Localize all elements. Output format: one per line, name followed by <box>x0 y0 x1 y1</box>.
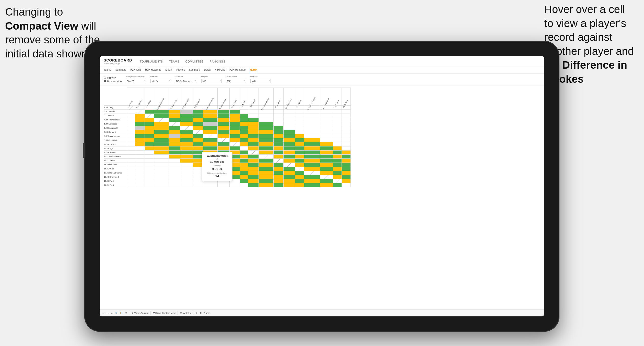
cell-10-19[interactable] <box>333 142 342 146</box>
cell-20-12[interactable] <box>248 183 259 187</box>
cell-7-4[interactable] <box>154 130 169 134</box>
cell-15-17[interactable] <box>304 163 320 167</box>
cell-20-18[interactable] <box>320 183 333 187</box>
nav-committee[interactable]: COMMITTEE <box>185 60 204 63</box>
tab-h2h-grid-1[interactable]: H2H Grid <box>130 68 141 73</box>
cell-4-10[interactable] <box>230 118 240 122</box>
toolbar-copy[interactable]: 📋 <box>120 312 123 314</box>
cell-10-14[interactable] <box>273 142 283 146</box>
cell-3-3[interactable] <box>145 114 154 118</box>
cell-9-8[interactable] <box>203 138 218 142</box>
cell-7-13[interactable] <box>259 130 273 134</box>
cell-6-13[interactable] <box>259 126 273 130</box>
cell-12-13[interactable] <box>259 151 273 155</box>
cell-16-3[interactable] <box>145 167 154 171</box>
cell-15-16[interactable] <box>295 163 304 167</box>
tab-h2h-heatmap-1[interactable]: H2H Heatmap <box>145 68 161 73</box>
cell-18-15[interactable] <box>283 175 295 179</box>
cell-12-20[interactable] <box>342 151 351 155</box>
cell-8-7[interactable] <box>193 134 203 138</box>
cell-9-10[interactable] <box>230 138 240 142</box>
cell-17-3[interactable] <box>145 171 154 175</box>
cell-20-14[interactable] <box>273 183 283 187</box>
cell-3-5[interactable] <box>169 114 180 118</box>
cell-18-6[interactable] <box>180 175 193 179</box>
cell-14-2[interactable] <box>135 159 145 163</box>
cell-10-8[interactable] <box>203 142 218 146</box>
cell-11-6[interactable] <box>180 146 193 151</box>
cell-19-2[interactable] <box>135 179 145 183</box>
cell-2-9[interactable] <box>218 110 230 114</box>
filter-gender-select[interactable]: Men's <box>150 79 171 83</box>
cell-14-11[interactable] <box>240 159 248 163</box>
cell-18-1[interactable] <box>127 175 135 179</box>
cell-20-19[interactable] <box>333 183 342 187</box>
cell-19-19[interactable] <box>333 179 342 183</box>
cell-8-14[interactable] <box>273 134 283 138</box>
cell-7-1[interactable] <box>127 130 135 134</box>
cell-3-12[interactable] <box>248 114 259 118</box>
cell-5-12[interactable] <box>248 122 259 126</box>
cell-9-19[interactable] <box>333 138 342 142</box>
cell-2-3[interactable] <box>145 110 154 114</box>
cell-8-11[interactable] <box>240 134 248 138</box>
cell-10-2[interactable] <box>135 142 145 146</box>
cell-17-2[interactable] <box>135 171 145 175</box>
cell-19-1[interactable] <box>127 179 135 183</box>
filter-conference-select[interactable]: (All) <box>226 79 246 83</box>
cell-20-2[interactable] <box>135 183 145 187</box>
cell-14-13[interactable] <box>259 159 273 163</box>
cell-4-8[interactable] <box>203 118 218 122</box>
cell-15-15[interactable] <box>283 163 295 167</box>
cell-11-11[interactable] <box>240 146 248 151</box>
cell-3-7[interactable] <box>193 114 203 118</box>
cell-19-5[interactable] <box>169 179 180 183</box>
cell-6-2[interactable] <box>135 126 145 130</box>
cell-20-8[interactable] <box>203 183 218 187</box>
cell-11-18[interactable] <box>320 146 333 151</box>
cell-7-16[interactable] <box>295 130 304 134</box>
cell-13-20[interactable] <box>342 155 351 159</box>
tab-h2h-heatmap-2[interactable]: H2H Heatmap <box>229 68 245 73</box>
cell-10-1[interactable] <box>127 142 135 146</box>
cell-12-4[interactable] <box>154 151 169 155</box>
cell-10-13[interactable] <box>259 142 273 146</box>
cell-16-1[interactable] <box>127 167 135 171</box>
cell-5-7[interactable] <box>193 122 203 126</box>
cell-10-10[interactable] <box>230 142 240 146</box>
cell-6-12[interactable] <box>248 126 259 130</box>
cell-15-1[interactable] <box>127 163 135 167</box>
cell-10-11[interactable] <box>240 142 248 146</box>
cell-3-11[interactable] <box>240 114 248 118</box>
cell-14-14[interactable] <box>273 159 283 163</box>
toolbar-timer[interactable]: ⏱ <box>125 312 127 314</box>
nav-teams[interactable]: TEAMS <box>169 60 179 63</box>
cell-20-5[interactable] <box>169 183 180 187</box>
cell-11-17[interactable] <box>304 146 320 151</box>
cell-18-3[interactable] <box>145 175 154 179</box>
cell-17-11[interactable] <box>240 171 248 175</box>
cell-19-6[interactable] <box>180 179 193 183</box>
cell-14-3[interactable] <box>145 159 154 163</box>
cell-4-11[interactable] <box>240 118 248 122</box>
cell-2-6[interactable] <box>180 110 193 114</box>
cell-12-5[interactable] <box>169 151 180 155</box>
cell-13-13[interactable] <box>259 155 273 159</box>
cell-8-9[interactable] <box>218 134 230 138</box>
cell-17-6[interactable] <box>180 171 193 175</box>
cell-13-16[interactable] <box>295 155 304 159</box>
full-view-radio[interactable] <box>104 77 106 79</box>
cell-3-4[interactable] <box>154 114 169 118</box>
cell-3-17[interactable] <box>304 114 320 118</box>
cell-14-18[interactable] <box>320 159 333 163</box>
cell-3-20[interactable] <box>342 114 351 118</box>
cell-4-15[interactable] <box>283 118 295 122</box>
cell-17-15[interactable] <box>283 171 295 175</box>
compact-view-option[interactable]: Compact View <box>104 80 122 82</box>
cell-11-4[interactable] <box>154 146 169 151</box>
cell-4-17[interactable] <box>304 118 320 122</box>
cell-7-6[interactable] <box>180 130 193 134</box>
cell-16-2[interactable] <box>135 167 145 171</box>
cell-11-1[interactable] <box>127 146 135 151</box>
cell-5-6[interactable] <box>180 122 193 126</box>
